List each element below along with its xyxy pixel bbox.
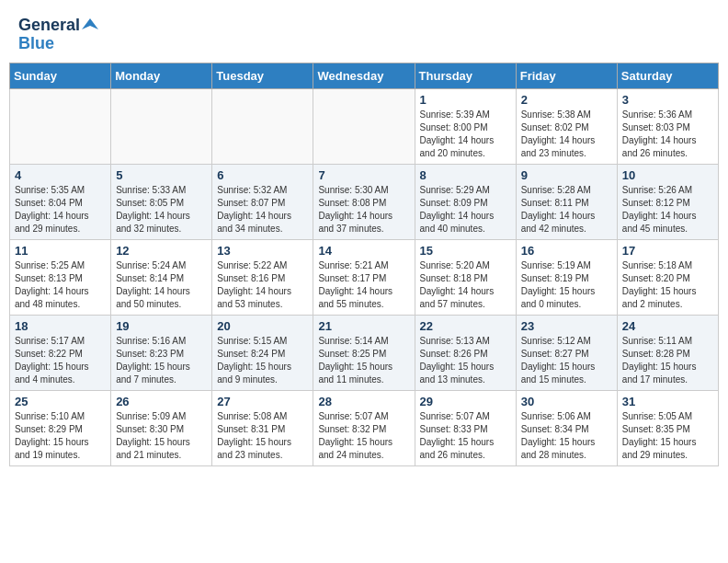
calendar-day-cell: 15Sunrise: 5:20 AM Sunset: 8:18 PM Dayli… xyxy=(415,239,516,315)
calendar-day-cell: 28Sunrise: 5:07 AM Sunset: 8:32 PM Dayli… xyxy=(313,390,415,465)
day-number: 26 xyxy=(116,395,207,408)
day-info: Sunrise: 5:14 AM Sunset: 8:25 PM Dayligh… xyxy=(318,335,409,386)
weekday-header-row: SundayMondayTuesdayWednesdayThursdayFrid… xyxy=(10,63,719,88)
logo-general-text: General xyxy=(18,17,80,35)
logo-blue-text: Blue xyxy=(18,35,54,53)
weekday-header-sunday: Sunday xyxy=(10,63,111,88)
calendar-week-row: 18Sunrise: 5:17 AM Sunset: 8:22 PM Dayli… xyxy=(10,315,719,390)
day-info: Sunrise: 5:12 AM Sunset: 8:27 PM Dayligh… xyxy=(521,335,612,386)
day-number: 16 xyxy=(521,244,612,258)
calendar-day-cell: 12Sunrise: 5:24 AM Sunset: 8:14 PM Dayli… xyxy=(111,239,212,315)
day-info: Sunrise: 5:35 AM Sunset: 8:04 PM Dayligh… xyxy=(15,184,106,236)
day-info: Sunrise: 5:22 AM Sunset: 8:16 PM Dayligh… xyxy=(217,259,308,311)
calendar-day-cell: 30Sunrise: 5:06 AM Sunset: 8:34 PM Dayli… xyxy=(516,390,617,465)
weekday-header-monday: Monday xyxy=(111,63,212,88)
calendar-day-cell: 20Sunrise: 5:15 AM Sunset: 8:24 PM Dayli… xyxy=(212,315,313,390)
weekday-header-tuesday: Tuesday xyxy=(212,63,313,88)
day-number: 8 xyxy=(420,168,511,182)
calendar-day-cell: 6Sunrise: 5:32 AM Sunset: 8:07 PM Daylig… xyxy=(212,164,313,239)
day-info: Sunrise: 5:30 AM Sunset: 8:08 PM Dayligh… xyxy=(318,184,409,236)
day-number: 15 xyxy=(420,244,511,258)
day-number: 12 xyxy=(116,244,207,258)
day-info: Sunrise: 5:10 AM Sunset: 8:29 PM Dayligh… xyxy=(15,410,106,462)
day-number: 18 xyxy=(15,319,106,333)
day-info: Sunrise: 5:21 AM Sunset: 8:17 PM Dayligh… xyxy=(318,259,409,311)
day-info: Sunrise: 5:07 AM Sunset: 8:33 PM Dayligh… xyxy=(420,410,511,462)
day-info: Sunrise: 5:24 AM Sunset: 8:14 PM Dayligh… xyxy=(116,259,207,311)
calendar-day-cell: 2Sunrise: 5:38 AM Sunset: 8:02 PM Daylig… xyxy=(516,88,617,164)
calendar-day-cell: 31Sunrise: 5:05 AM Sunset: 8:35 PM Dayli… xyxy=(617,390,718,465)
day-number: 2 xyxy=(521,93,612,107)
day-number: 10 xyxy=(622,168,713,182)
logo: General Blue xyxy=(18,17,98,53)
calendar-day-cell xyxy=(111,88,212,164)
calendar-day-cell: 19Sunrise: 5:16 AM Sunset: 8:23 PM Dayli… xyxy=(111,315,212,390)
day-number: 30 xyxy=(521,395,612,408)
calendar-day-cell: 13Sunrise: 5:22 AM Sunset: 8:16 PM Dayli… xyxy=(212,239,313,315)
calendar-day-cell: 17Sunrise: 5:18 AM Sunset: 8:20 PM Dayli… xyxy=(617,239,718,315)
calendar-day-cell: 25Sunrise: 5:10 AM Sunset: 8:29 PM Dayli… xyxy=(10,390,111,465)
calendar-day-cell: 29Sunrise: 5:07 AM Sunset: 8:33 PM Dayli… xyxy=(415,390,516,465)
day-info: Sunrise: 5:28 AM Sunset: 8:11 PM Dayligh… xyxy=(521,184,612,236)
day-number: 7 xyxy=(318,168,409,182)
calendar-day-cell: 8Sunrise: 5:29 AM Sunset: 8:09 PM Daylig… xyxy=(415,164,516,239)
calendar-day-cell: 9Sunrise: 5:28 AM Sunset: 8:11 PM Daylig… xyxy=(516,164,617,239)
day-number: 14 xyxy=(318,244,409,258)
day-number: 29 xyxy=(420,395,511,408)
calendar-day-cell xyxy=(10,88,111,164)
calendar-week-row: 1Sunrise: 5:39 AM Sunset: 8:00 PM Daylig… xyxy=(10,88,719,164)
calendar-day-cell: 18Sunrise: 5:17 AM Sunset: 8:22 PM Dayli… xyxy=(10,315,111,390)
calendar-day-cell: 3Sunrise: 5:36 AM Sunset: 8:03 PM Daylig… xyxy=(617,88,718,164)
day-info: Sunrise: 5:26 AM Sunset: 8:12 PM Dayligh… xyxy=(622,184,713,236)
calendar-day-cell: 5Sunrise: 5:33 AM Sunset: 8:05 PM Daylig… xyxy=(111,164,212,239)
calendar-day-cell: 23Sunrise: 5:12 AM Sunset: 8:27 PM Dayli… xyxy=(516,315,617,390)
calendar-day-cell: 21Sunrise: 5:14 AM Sunset: 8:25 PM Dayli… xyxy=(313,315,415,390)
day-info: Sunrise: 5:05 AM Sunset: 8:35 PM Dayligh… xyxy=(622,410,713,462)
day-info: Sunrise: 5:38 AM Sunset: 8:02 PM Dayligh… xyxy=(521,109,612,160)
day-number: 24 xyxy=(622,319,713,333)
day-number: 21 xyxy=(318,319,409,333)
day-info: Sunrise: 5:07 AM Sunset: 8:32 PM Dayligh… xyxy=(318,410,409,462)
calendar-day-cell: 1Sunrise: 5:39 AM Sunset: 8:00 PM Daylig… xyxy=(415,88,516,164)
day-info: Sunrise: 5:18 AM Sunset: 8:20 PM Dayligh… xyxy=(622,259,713,311)
day-number: 19 xyxy=(116,319,207,333)
day-number: 11 xyxy=(15,244,106,258)
weekday-header-wednesday: Wednesday xyxy=(313,63,415,88)
day-info: Sunrise: 5:32 AM Sunset: 8:07 PM Dayligh… xyxy=(217,184,308,236)
calendar-day-cell: 22Sunrise: 5:13 AM Sunset: 8:26 PM Dayli… xyxy=(415,315,516,390)
logo-bird-icon xyxy=(82,17,98,33)
calendar-day-cell: 10Sunrise: 5:26 AM Sunset: 8:12 PM Dayli… xyxy=(617,164,718,239)
day-info: Sunrise: 5:20 AM Sunset: 8:18 PM Dayligh… xyxy=(420,259,511,311)
day-info: Sunrise: 5:06 AM Sunset: 8:34 PM Dayligh… xyxy=(521,410,612,462)
calendar-day-cell: 4Sunrise: 5:35 AM Sunset: 8:04 PM Daylig… xyxy=(10,164,111,239)
day-number: 31 xyxy=(622,395,713,408)
calendar-day-cell xyxy=(313,88,415,164)
day-number: 13 xyxy=(217,244,308,258)
day-number: 22 xyxy=(420,319,511,333)
calendar-day-cell: 27Sunrise: 5:08 AM Sunset: 8:31 PM Dayli… xyxy=(212,390,313,465)
day-number: 20 xyxy=(217,319,308,333)
calendar-day-cell: 11Sunrise: 5:25 AM Sunset: 8:13 PM Dayli… xyxy=(10,239,111,315)
day-info: Sunrise: 5:36 AM Sunset: 8:03 PM Dayligh… xyxy=(622,109,713,160)
svg-marker-0 xyxy=(82,18,98,29)
day-info: Sunrise: 5:13 AM Sunset: 8:26 PM Dayligh… xyxy=(420,335,511,386)
day-number: 4 xyxy=(15,168,106,182)
day-number: 27 xyxy=(217,395,308,408)
day-info: Sunrise: 5:19 AM Sunset: 8:19 PM Dayligh… xyxy=(521,259,612,311)
page-header: General Blue xyxy=(9,9,719,57)
calendar-day-cell: 26Sunrise: 5:09 AM Sunset: 8:30 PM Dayli… xyxy=(111,390,212,465)
weekday-header-saturday: Saturday xyxy=(617,63,718,88)
day-number: 6 xyxy=(217,168,308,182)
day-info: Sunrise: 5:08 AM Sunset: 8:31 PM Dayligh… xyxy=(217,410,308,462)
day-number: 5 xyxy=(116,168,207,182)
calendar-day-cell: 24Sunrise: 5:11 AM Sunset: 8:28 PM Dayli… xyxy=(617,315,718,390)
calendar-day-cell: 16Sunrise: 5:19 AM Sunset: 8:19 PM Dayli… xyxy=(516,239,617,315)
day-number: 25 xyxy=(15,395,106,408)
day-info: Sunrise: 5:33 AM Sunset: 8:05 PM Dayligh… xyxy=(116,184,207,236)
day-info: Sunrise: 5:11 AM Sunset: 8:28 PM Dayligh… xyxy=(622,335,713,386)
day-number: 9 xyxy=(521,168,612,182)
day-number: 3 xyxy=(622,93,713,107)
calendar-week-row: 25Sunrise: 5:10 AM Sunset: 8:29 PM Dayli… xyxy=(10,390,719,465)
day-info: Sunrise: 5:39 AM Sunset: 8:00 PM Dayligh… xyxy=(420,109,511,160)
calendar-day-cell: 14Sunrise: 5:21 AM Sunset: 8:17 PM Dayli… xyxy=(313,239,415,315)
